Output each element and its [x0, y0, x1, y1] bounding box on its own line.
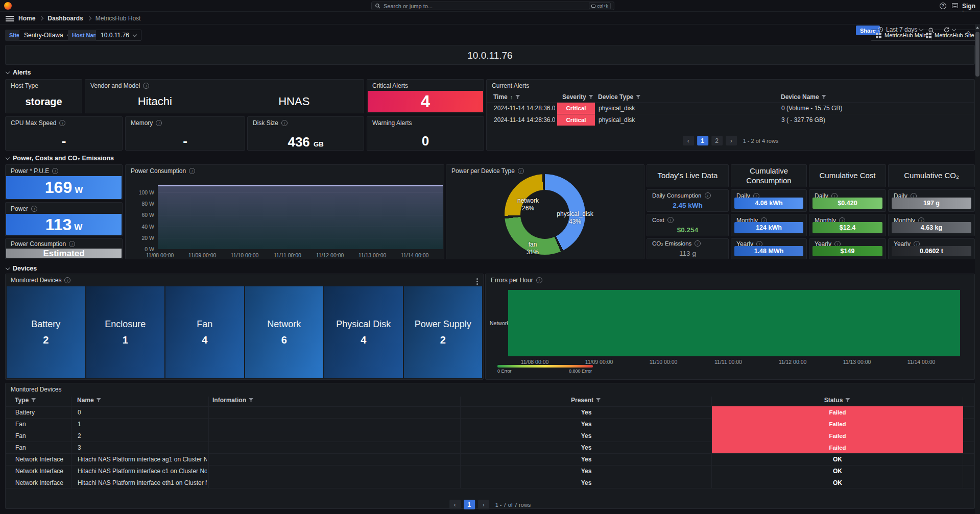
x-axis-tick: 11/12 00:00 — [779, 359, 807, 365]
filter-icon[interactable] — [31, 398, 36, 402]
info-icon[interactable] — [59, 120, 65, 126]
chevron-down-icon — [6, 155, 10, 159]
filter-icon[interactable] — [596, 398, 601, 402]
column-header-severity[interactable]: Severity — [562, 93, 593, 101]
grafana-logo[interactable] — [4, 2, 12, 10]
heatmap-row-label: Network — [490, 320, 510, 326]
panel-title: Memory — [131, 119, 153, 127]
device-tile-network: Network 6 — [245, 286, 324, 378]
page-1-button[interactable]: 1 — [697, 136, 708, 145]
column-header-name[interactable]: Name — [77, 397, 101, 404]
panel-title: Errors per Hour — [491, 277, 533, 284]
x-axis-tick: 11/08 00:00 — [521, 359, 549, 365]
prev-page-button[interactable]: ‹ — [683, 136, 694, 145]
section-header-alerts[interactable]: Alerts — [6, 69, 31, 76]
filter-icon[interactable] — [249, 398, 253, 402]
cell-type: Fan — [15, 430, 69, 442]
panel-title: Power per Device Type — [451, 167, 515, 175]
search-input[interactable]: Search or jump to... ctrl+k — [371, 2, 614, 10]
info-icon[interactable] — [64, 277, 70, 283]
y-axis-tick: 80 W — [128, 201, 154, 207]
info-icon[interactable] — [695, 240, 701, 247]
info-icon[interactable] — [518, 168, 524, 174]
info-icon[interactable] — [69, 241, 75, 247]
next-page-button[interactable]: › — [726, 136, 737, 145]
news-icon[interactable] — [952, 3, 958, 8]
info-icon[interactable] — [705, 192, 711, 199]
power-consumption-type-box: Estimated — [6, 249, 122, 258]
scroll-up-icon[interactable] — [975, 24, 980, 31]
x-axis-tick: 11/11 00:00 — [714, 359, 742, 365]
scrollbar-thumb[interactable] — [975, 32, 979, 77]
x-axis-tick: 11/10 00:00 — [231, 252, 259, 258]
cumulative-co2-yearly-panel: Yearly 0.0602 t — [888, 238, 975, 259]
filter-icon[interactable] — [515, 95, 520, 99]
filter-icon[interactable] — [845, 398, 850, 402]
page-title-panel: 10.0.11.76 — [5, 45, 975, 65]
device-table-pagination: ‹ 1 › 1 - 7 of 7 rows — [449, 500, 531, 509]
scrollbar-track[interactable] — [975, 24, 980, 514]
page-2-button[interactable]: 2 — [711, 136, 723, 145]
time-series-plot[interactable] — [158, 185, 443, 249]
cost-value: $0.254 — [647, 226, 728, 234]
next-page-button[interactable]: › — [478, 500, 489, 509]
power-pue-unit: W — [75, 185, 83, 195]
info-icon[interactable] — [52, 168, 58, 174]
info-icon[interactable] — [156, 120, 162, 126]
info-icon[interactable] — [143, 83, 149, 89]
site-filter-dropdown[interactable]: Sentry-Ottawa — [19, 30, 76, 41]
column-header-device-name[interactable]: Device Name — [781, 93, 826, 101]
filter-icon[interactable] — [822, 95, 826, 99]
info-icon[interactable] — [31, 206, 37, 212]
cell-type: Network Interface — [15, 466, 69, 477]
breadcrumb-home[interactable]: Home — [18, 15, 35, 22]
cell-type: Network Interface — [15, 454, 69, 465]
column-header-present[interactable]: Present — [460, 397, 711, 404]
status-badge: OK — [712, 454, 963, 465]
column-header-type[interactable]: Type — [15, 397, 36, 404]
metricshub-site-link[interactable]: MetricsHub Site — [921, 30, 979, 41]
heatmap-plot[interactable] — [508, 290, 960, 356]
co2-emissions-panel: CO₂ Emissions 113 g — [647, 238, 729, 259]
section-header-devices[interactable]: Devices — [6, 265, 37, 272]
x-axis-tick: 11/14 00:00 — [401, 252, 429, 258]
table-row: Fan 3 Yes Failed — [6, 442, 974, 453]
column-header-status[interactable]: Status — [711, 397, 963, 404]
y-axis-tick: 40 W — [128, 224, 154, 230]
filter-icon[interactable] — [589, 95, 593, 99]
keyboard-icon — [591, 5, 595, 8]
memory-value: - — [126, 133, 245, 149]
table-row: Network Interface Hitachi NAS Platform i… — [6, 477, 974, 488]
panel-title: Power Consumption — [11, 240, 66, 248]
column-header-information[interactable]: Information — [212, 397, 253, 404]
panel-menu-icon[interactable] — [476, 278, 478, 280]
info-icon[interactable] — [667, 217, 674, 223]
filter-icon[interactable] — [636, 95, 640, 99]
info-icon[interactable] — [281, 120, 288, 126]
cell-information — [213, 442, 458, 453]
cpu-max-speed-value: - — [6, 133, 122, 149]
column-header-device-type[interactable]: Device Type — [598, 93, 640, 101]
info-icon[interactable] — [536, 277, 542, 283]
breadcrumb-dashboards[interactable]: Dashboards — [47, 15, 83, 22]
column-header-time[interactable]: Time↑ — [493, 93, 520, 101]
panel-title: Vendor and Model — [90, 82, 140, 89]
device-tile-enclosure: Enclosure 1 — [86, 286, 165, 378]
status-badge: Failed — [712, 430, 963, 442]
cumulative-co2-header-panel: Cumulative CO₂ — [888, 164, 975, 187]
top-nav-bar: Search or jump to... ctrl+k ? Sign in — [0, 0, 980, 12]
menu-toggle-icon[interactable] — [6, 16, 14, 21]
severity-badge: Critical — [557, 114, 595, 126]
filter-icon[interactable] — [97, 398, 101, 402]
critical-alerts-value: 4 — [421, 92, 430, 111]
prev-page-button[interactable]: ‹ — [449, 500, 461, 509]
breadcrumb: Home Dashboards MetricsHub Host — [18, 15, 140, 22]
value-bar: $149 — [812, 246, 882, 256]
info-icon[interactable] — [189, 168, 195, 174]
page-1-button[interactable]: 1 — [464, 500, 475, 509]
help-icon[interactable]: ? — [940, 3, 946, 9]
breadcrumb-separator-icon — [39, 16, 43, 20]
hostname-filter-dropdown[interactable]: 10.0.11.76 — [95, 30, 141, 41]
section-header-power[interactable]: Power, Costs and CO₂ Emissions — [6, 155, 114, 162]
monitored-devices-panel: Monitored Devices Battery 2 Enclosure 1 … — [5, 274, 484, 380]
